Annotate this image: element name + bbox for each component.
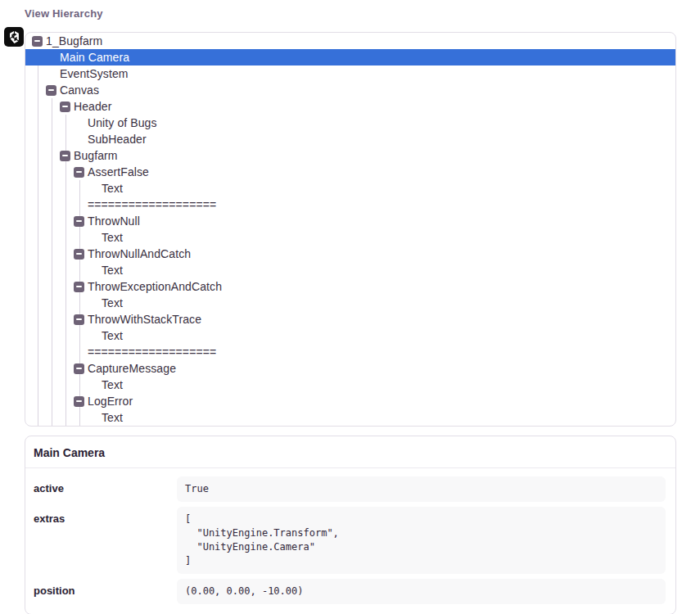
tree-node-label: LogError bbox=[88, 393, 133, 409]
collapse-minus-icon[interactable] bbox=[46, 85, 56, 96]
tree-row[interactable]: Text bbox=[25, 180, 675, 196]
tree-row[interactable]: ThrowNull bbox=[25, 213, 675, 229]
tree-node-label: SubHeader bbox=[88, 131, 147, 147]
page-title: View Hierarchy bbox=[25, 7, 700, 20]
detail-key: active bbox=[34, 476, 177, 494]
tree-node-label: Text bbox=[102, 180, 123, 196]
tree-node-label: ThrowExceptionAndCatch bbox=[88, 278, 222, 295]
detail-value: (0.00, 0.00, -10.00) bbox=[185, 585, 657, 598]
detail-key: position bbox=[34, 579, 177, 597]
detail-title: Main Camera bbox=[25, 436, 675, 468]
tree-row[interactable]: Text bbox=[25, 295, 675, 311]
collapse-minus-icon[interactable] bbox=[74, 167, 84, 178]
unity-logo-icon bbox=[8, 31, 20, 43]
tree-row[interactable]: Bugfarm bbox=[25, 147, 675, 164]
tree-node-label: Canvas bbox=[60, 82, 99, 98]
tree-node-label: ThrowNullAndCatch bbox=[88, 246, 191, 262]
collapse-minus-icon[interactable] bbox=[74, 282, 84, 292]
tree-row[interactable]: Header bbox=[25, 98, 675, 115]
detail-value-box: [ "UnityEngine.Transform", "UnityEngine.… bbox=[177, 507, 666, 574]
tree-row[interactable]: LogError bbox=[25, 393, 675, 409]
tree-row[interactable]: Canvas bbox=[25, 82, 675, 98]
detail-value: [ "UnityEngine.Transform", "UnityEngine.… bbox=[185, 512, 657, 568]
tree-row[interactable]: Text bbox=[25, 409, 675, 426]
unity-platform-badge bbox=[4, 27, 24, 47]
detail-value-box: True bbox=[177, 476, 666, 502]
tree-node-label: Text bbox=[102, 409, 123, 426]
detail-value-box: (0.00, 0.00, -10.00) bbox=[177, 579, 666, 604]
tree-row[interactable]: Text bbox=[25, 327, 675, 344]
detail-row: extras[ "UnityEngine.Transform", "UnityE… bbox=[34, 507, 666, 574]
tree-row-separator[interactable]: =================== bbox=[25, 196, 675, 213]
collapse-minus-icon[interactable] bbox=[32, 36, 43, 47]
tree-row[interactable]: SubHeader bbox=[25, 131, 675, 147]
tree-row[interactable]: Unity of Bugs bbox=[25, 115, 675, 131]
detail-rows: activeTrueextras[ "UnityEngine.Transform… bbox=[25, 468, 675, 614]
tree-row-separator[interactable]: =================== bbox=[25, 344, 675, 360]
detail-row: activeTrue bbox=[34, 476, 666, 502]
tree-node-label: EventSystem bbox=[60, 65, 129, 82]
tree-node-label: Header bbox=[74, 98, 112, 115]
tree-node-label: CaptureMessage bbox=[88, 360, 176, 377]
tree-row[interactable]: CaptureMessage bbox=[25, 360, 675, 377]
tree-node-label: Text bbox=[102, 229, 123, 246]
tree-node-label: Text bbox=[102, 262, 123, 278]
tree-node-label: =================== bbox=[88, 344, 216, 360]
tree-node-label: ThrowWithStackTrace bbox=[88, 311, 201, 327]
tree-node-label: Bugfarm bbox=[74, 147, 118, 164]
hierarchy-tree-panel[interactable]: 1_BugfarmMain CameraEventSystemCanvasHea… bbox=[25, 32, 676, 427]
tree-node-label: 1_Bugfarm bbox=[46, 33, 102, 49]
collapse-minus-icon[interactable] bbox=[60, 102, 70, 112]
detail-value: True bbox=[185, 482, 657, 496]
collapse-minus-icon[interactable] bbox=[74, 249, 84, 260]
detail-key: extras bbox=[34, 507, 177, 525]
tree-row[interactable]: ThrowNullAndCatch bbox=[25, 246, 675, 262]
tree-node-label: Text bbox=[102, 295, 123, 311]
tree-node-label: Text bbox=[102, 327, 123, 344]
tree-row[interactable]: 1_Bugfarm bbox=[25, 33, 675, 49]
tree-row[interactable]: AssertFalse bbox=[25, 164, 675, 180]
tree-node-label: Main Camera bbox=[60, 49, 129, 65]
tree-row[interactable]: EventSystem bbox=[25, 65, 675, 82]
tree-row[interactable]: Text bbox=[25, 229, 675, 246]
tree-row[interactable]: Text bbox=[25, 377, 675, 393]
tree-row[interactable]: ThrowExceptionAndCatch bbox=[25, 278, 675, 295]
collapse-minus-icon[interactable] bbox=[74, 216, 84, 227]
tree-node-label: Text bbox=[102, 377, 123, 393]
view-hierarchy-section: 1_BugfarmMain CameraEventSystemCanvasHea… bbox=[25, 32, 676, 427]
tree-row[interactable]: ThrowWithStackTrace bbox=[25, 311, 675, 327]
node-detail-panel: Main Camera activeTrueextras[ "UnityEngi… bbox=[25, 436, 676, 614]
tree-row[interactable]: Main Camera bbox=[25, 49, 675, 65]
tree-rows: 1_BugfarmMain CameraEventSystemCanvasHea… bbox=[25, 33, 675, 426]
tree-row[interactable]: Text bbox=[25, 262, 675, 278]
collapse-minus-icon[interactable] bbox=[60, 151, 70, 161]
collapse-minus-icon[interactable] bbox=[74, 314, 84, 325]
tree-node-label: AssertFalse bbox=[88, 164, 149, 180]
tree-node-label: =================== bbox=[88, 196, 216, 213]
collapse-minus-icon[interactable] bbox=[74, 363, 84, 374]
collapse-minus-icon[interactable] bbox=[74, 396, 84, 407]
tree-node-label: ThrowNull bbox=[88, 213, 140, 229]
detail-row: position(0.00, 0.00, -10.00) bbox=[34, 579, 666, 604]
tree-node-label: Unity of Bugs bbox=[88, 115, 157, 131]
